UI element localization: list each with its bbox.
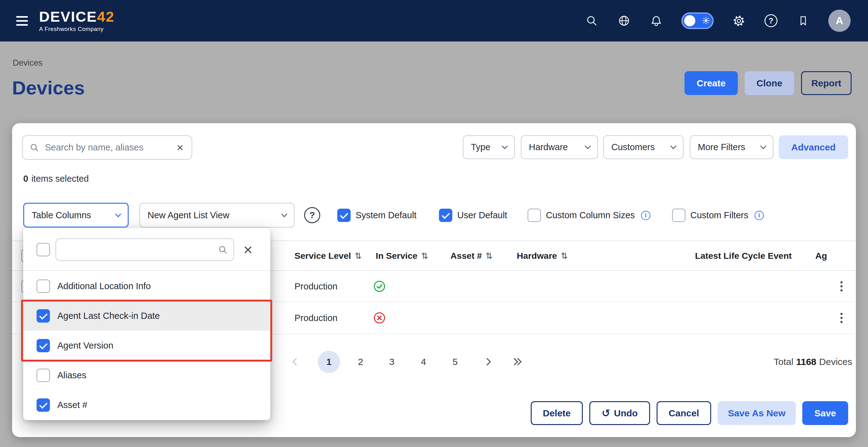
column-option[interactable]: Aliases xyxy=(23,360,270,390)
service-level-cell: Production xyxy=(294,281,338,291)
column-label: Latest Life Cycle Event xyxy=(695,251,792,261)
page-title: Devices xyxy=(12,77,85,99)
chevron-down-icon xyxy=(760,143,766,149)
search-input[interactable] xyxy=(45,142,170,152)
check-circle-svg xyxy=(373,279,386,293)
x-circle-icon xyxy=(373,311,386,325)
page-button[interactable]: 3 xyxy=(384,350,399,373)
sort-icon[interactable] xyxy=(486,251,493,261)
row-actions-menu-icon[interactable] xyxy=(838,310,845,325)
info-icon[interactable] xyxy=(754,211,764,220)
previous-page-icon[interactable] xyxy=(292,358,300,365)
system-default-option[interactable]: System Default xyxy=(337,209,416,222)
save-as-new-button[interactable]: Save As New xyxy=(718,401,796,425)
theme-toggle[interactable] xyxy=(681,12,714,29)
hardware-filter-label: Hardware xyxy=(529,142,568,152)
search-icon[interactable] xyxy=(585,13,599,28)
bookmark-icon[interactable] xyxy=(796,13,810,28)
list-view-dropdown[interactable]: New Agent List View xyxy=(140,203,294,228)
column-option[interactable]: Additional Location Info xyxy=(23,271,270,301)
logo-subtitle: A Freshworks Company xyxy=(39,26,114,33)
page-button[interactable]: 2 xyxy=(353,350,368,373)
undo-button[interactable]: Undo xyxy=(589,401,650,425)
breadcrumb[interactable]: Devices xyxy=(13,58,42,68)
type-filter-dropdown[interactable]: Type xyxy=(463,135,515,159)
more-filters-dropdown[interactable]: More Filters xyxy=(690,135,773,159)
info-icon[interactable] xyxy=(641,211,650,220)
column-header-latest-life-cycle-event[interactable]: Latest Life Cycle Event xyxy=(695,251,792,261)
column-option[interactable]: Agent Version xyxy=(23,331,270,360)
column-label: Asset # xyxy=(451,251,482,261)
user-default-checkbox[interactable] xyxy=(439,209,452,222)
globe-icon[interactable] xyxy=(617,13,631,28)
bell-icon[interactable] xyxy=(649,13,663,28)
close-icon[interactable] xyxy=(242,244,254,255)
page-button-active[interactable]: 1 xyxy=(318,351,340,373)
hamburger-menu-icon[interactable] xyxy=(16,16,28,26)
x-circle-svg xyxy=(373,311,386,325)
selected-count: 0 xyxy=(23,174,28,184)
column-header-hardware[interactable]: Hardware xyxy=(517,251,568,261)
column-header-service-level[interactable]: Service Level xyxy=(294,251,362,261)
help-icon[interactable] xyxy=(764,13,778,28)
column-option-checkbox[interactable] xyxy=(37,369,50,382)
avatar[interactable]: A xyxy=(828,10,850,32)
bell-icon-svg xyxy=(650,14,663,27)
device42-logo[interactable]: DEVICE42 A Freshworks Company xyxy=(39,9,114,33)
footer-actions: Delete Undo Cancel Save As New Save xyxy=(531,401,848,425)
column-header-in-service[interactable]: In Service xyxy=(376,251,428,261)
last-page-icon[interactable] xyxy=(512,359,521,364)
page-button[interactable]: 4 xyxy=(416,350,431,373)
column-header-agent-clipped[interactable]: Ag xyxy=(815,251,827,261)
column-option-label: Agent Version xyxy=(57,341,114,351)
report-button[interactable]: Report xyxy=(801,71,851,95)
delete-button[interactable]: Delete xyxy=(531,401,583,425)
advanced-button[interactable]: Advanced xyxy=(779,135,848,159)
undo-label: Undo xyxy=(614,408,638,418)
cancel-button[interactable]: Cancel xyxy=(657,401,711,425)
system-default-checkbox[interactable] xyxy=(337,209,351,222)
clear-search-icon[interactable] xyxy=(176,143,185,152)
sort-icon[interactable] xyxy=(421,251,428,261)
column-option[interactable]: Asset # xyxy=(23,390,270,420)
row-actions-menu-icon[interactable] xyxy=(838,279,845,294)
next-page-icon[interactable] xyxy=(483,358,491,365)
column-option[interactable]: Agent Last Check-in Date xyxy=(23,301,270,331)
chevron-down-icon xyxy=(281,211,287,217)
table-columns-dropdown[interactable]: Table Columns xyxy=(23,203,129,228)
more-filters-label: More Filters xyxy=(698,142,745,152)
top-navbar: DEVICE42 A Freshworks Company xyxy=(0,0,868,41)
search-icon xyxy=(29,143,39,152)
check-circle-icon xyxy=(373,279,386,293)
chevron-down-icon xyxy=(670,143,676,149)
custom-filters-label: Custom Filters xyxy=(690,210,748,220)
select-all-columns-checkbox[interactable] xyxy=(37,243,50,256)
custom-column-sizes-option[interactable]: Custom Column Sizes xyxy=(528,209,650,222)
type-filter-label: Type xyxy=(471,142,490,152)
hardware-filter-dropdown[interactable]: Hardware xyxy=(521,135,598,159)
sort-icon[interactable] xyxy=(354,251,362,261)
user-default-label: User Default xyxy=(457,210,507,220)
column-option-checkbox[interactable] xyxy=(37,279,50,293)
user-default-option[interactable]: User Default xyxy=(439,209,507,222)
custom-column-sizes-checkbox[interactable] xyxy=(528,209,541,222)
column-option-checkbox[interactable] xyxy=(37,339,50,352)
custom-filters-checkbox[interactable] xyxy=(672,209,685,222)
sun-icon-svg xyxy=(702,16,710,25)
create-button[interactable]: Create xyxy=(684,71,738,95)
column-option-checkbox[interactable] xyxy=(37,309,50,322)
column-option-checkbox[interactable] xyxy=(37,399,50,412)
view-help-icon[interactable] xyxy=(304,207,320,223)
customers-filter-dropdown[interactable]: Customers xyxy=(603,135,684,159)
custom-filters-option[interactable]: Custom Filters xyxy=(672,209,764,222)
system-default-label: System Default xyxy=(355,210,416,220)
sort-icon[interactable] xyxy=(561,251,568,261)
columns-panel-header xyxy=(23,228,270,271)
column-header-asset[interactable]: Asset # xyxy=(451,251,493,261)
page-button[interactable]: 5 xyxy=(447,350,463,373)
save-button[interactable]: Save xyxy=(802,401,848,425)
gear-icon[interactable] xyxy=(732,13,746,28)
device-search-box xyxy=(22,135,192,160)
columns-search-input[interactable] xyxy=(64,245,214,255)
clone-button[interactable]: Clone xyxy=(745,71,794,95)
